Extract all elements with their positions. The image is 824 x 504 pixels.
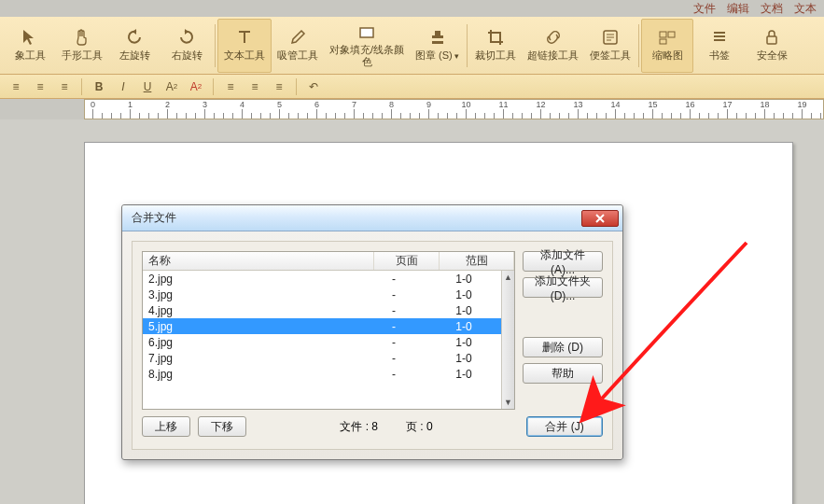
- add-folder-button[interactable]: 添加文件夹 (D)...: [523, 277, 603, 298]
- crop-icon: [486, 28, 505, 47]
- table-row[interactable]: 7.jpg-1-0: [143, 350, 501, 366]
- move-up-button[interactable]: 上移: [142, 416, 190, 437]
- merge-button[interactable]: 合并 (J): [526, 416, 603, 437]
- ribbon-label: 对象填充/线条颜 色: [329, 44, 404, 66]
- ruler: 01234567891011121314151617181920: [84, 99, 824, 119]
- menu-文本[interactable]: 文本: [794, 1, 817, 17]
- move-down-button[interactable]: 下移: [198, 416, 246, 437]
- col-name[interactable]: 名称: [143, 252, 374, 270]
- ribbon-note[interactable]: 便签工具: [584, 19, 636, 73]
- ribbon-thumb[interactable]: 缩略图: [641, 19, 693, 73]
- cell-range: 1-0: [426, 368, 501, 381]
- cell-name: 5.jpg: [143, 320, 361, 333]
- justify-center-icon[interactable]: ≡: [244, 77, 265, 96]
- delete-button[interactable]: 删除 (D): [523, 337, 603, 357]
- ribbon-rotr[interactable]: 右旋转: [161, 19, 213, 73]
- ribbon-eyedrop[interactable]: 吸管工具: [272, 19, 324, 73]
- note-icon: [601, 28, 620, 47]
- ribbon-label: 左旋转: [119, 49, 150, 63]
- scrollbar[interactable]: ▲ ▼: [501, 271, 514, 409]
- ribbon-text[interactable]: 文本工具: [217, 19, 272, 73]
- table-row[interactable]: 3.jpg-1-0: [143, 287, 501, 302]
- ribbon-stamp[interactable]: 图章 (S) ▾: [410, 19, 465, 73]
- cell-pages: -: [361, 368, 426, 381]
- stamp-icon: [428, 28, 447, 47]
- ribbon-label: 缩略图: [652, 49, 683, 63]
- ribbon-label: 裁切工具: [475, 49, 516, 63]
- table-row[interactable]: 8.jpg-1-0: [143, 366, 501, 382]
- format-toolbar: ≡ ≡ ≡ B I U A2 A2 ≡ ≡ ≡ ↶: [0, 75, 824, 99]
- cell-pages: -: [361, 304, 426, 317]
- undo-button[interactable]: ↶: [303, 77, 324, 96]
- menu-编辑[interactable]: 编辑: [727, 1, 749, 17]
- justify-right-icon[interactable]: ≡: [269, 77, 289, 96]
- cell-pages: -: [361, 352, 426, 365]
- cell-name: 7.jpg: [143, 352, 361, 365]
- col-range[interactable]: 范围: [440, 252, 514, 270]
- align-center-icon[interactable]: ≡: [30, 77, 50, 96]
- cell-name: 4.jpg: [143, 304, 361, 317]
- svg-rect-2: [660, 32, 666, 37]
- ribbon-label: 右旋转: [172, 49, 203, 63]
- ribbon-hand[interactable]: 手形工具: [56, 19, 108, 73]
- text-icon: [235, 28, 254, 47]
- add-file-button[interactable]: 添加文件 (A)...: [523, 251, 603, 272]
- justify-left-icon[interactable]: ≡: [220, 77, 241, 96]
- scroll-down-icon[interactable]: ▼: [502, 396, 514, 409]
- ribbon-label: 图章 (S) ▾: [415, 49, 459, 63]
- ribbon-link[interactable]: 超链接工具: [522, 19, 584, 73]
- ribbon-label: 象工具: [15, 49, 46, 63]
- help-button[interactable]: 帮助: [523, 363, 603, 384]
- svg-rect-3: [668, 32, 675, 37]
- superscript-button[interactable]: A2: [161, 77, 182, 96]
- link-icon: [544, 28, 563, 47]
- cursor-icon: [21, 28, 39, 47]
- dialog-titlebar[interactable]: 合并文件: [122, 205, 622, 231]
- ribbon-label: 安全保: [757, 49, 788, 63]
- ribbon-lock[interactable]: 安全保: [746, 19, 798, 73]
- ribbon-crop[interactable]: 裁切工具: [469, 19, 522, 73]
- ribbon-cursor[interactable]: 象工具: [4, 19, 56, 73]
- cell-pages: -: [361, 336, 426, 349]
- cell-range: 1-0: [426, 352, 501, 365]
- cell-range: 1-0: [426, 320, 501, 333]
- dialog-title: 合并文件: [132, 210, 176, 226]
- cell-range: 1-0: [426, 336, 501, 349]
- file-count: 文件 : 8: [340, 419, 378, 435]
- ribbon-rect[interactable]: 对象填充/线条颜 色: [324, 19, 410, 73]
- subscript-button[interactable]: A2: [186, 77, 206, 96]
- table-row[interactable]: 2.jpg-1-0: [143, 271, 501, 287]
- ribbon-label: 便签工具: [590, 49, 631, 63]
- close-button[interactable]: [581, 210, 619, 227]
- table-row[interactable]: 6.jpg-1-0: [143, 334, 501, 350]
- svg-rect-4: [660, 39, 666, 44]
- menu-文档[interactable]: 文档: [761, 1, 783, 17]
- cell-name: 3.jpg: [143, 288, 361, 301]
- underline-button[interactable]: U: [137, 77, 158, 96]
- ribbon-label: 超链接工具: [527, 49, 579, 63]
- ribbon-label: 书签: [709, 49, 730, 63]
- bookmark-icon: [710, 28, 729, 47]
- cell-range: 1-0: [426, 304, 501, 317]
- ribbon-label: 吸管工具: [277, 49, 318, 63]
- file-list[interactable]: 名称 页面 范围 2.jpg-1-03.jpg-1-04.jpg-1-05.jp…: [142, 251, 515, 410]
- hand-icon: [73, 28, 91, 47]
- ribbon-rotl[interactable]: 左旋转: [108, 19, 161, 73]
- table-row[interactable]: 4.jpg-1-0: [143, 302, 501, 318]
- rotl-icon: [125, 28, 144, 47]
- cell-range: 1-0: [426, 288, 501, 301]
- lock-icon: [762, 28, 781, 47]
- svg-rect-0: [360, 28, 373, 37]
- scroll-up-icon[interactable]: ▲: [502, 271, 514, 284]
- align-right-icon[interactable]: ≡: [54, 77, 75, 96]
- cell-range: 1-0: [426, 273, 501, 286]
- menu-文件[interactable]: 文件: [693, 1, 716, 17]
- align-left-icon[interactable]: ≡: [6, 77, 26, 96]
- ribbon-label: 手形工具: [62, 49, 103, 63]
- bold-button[interactable]: B: [89, 77, 109, 96]
- table-row[interactable]: 5.jpg-1-0: [143, 318, 501, 334]
- col-pages[interactable]: 页面: [374, 252, 440, 270]
- ribbon-bookmark[interactable]: 书签: [693, 19, 746, 73]
- italic-button[interactable]: I: [113, 77, 133, 96]
- cell-name: 2.jpg: [143, 273, 361, 286]
